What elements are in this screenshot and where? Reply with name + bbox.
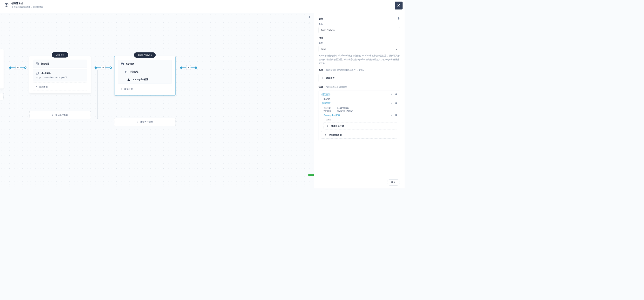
- pipeline-node: [195, 66, 197, 69]
- tasks-subtitle: 可以拖拽任务进行排序: [326, 85, 347, 88]
- page-title: 创建流水线: [11, 2, 43, 5]
- ghost-elbow: [5, 88, 10, 97]
- chevron-down-icon: ⌄: [396, 48, 398, 50]
- shell-icon: >_: [36, 72, 39, 74]
- config-panel: 阶段 名称 代理 类型 none ⌄ Agent 部分指定整个 Pipeline…: [314, 13, 405, 188]
- previous-add-ghost: [0, 93, 4, 100]
- svg-point-2: [8, 5, 8, 5]
- stage-name-input[interactable]: [319, 27, 400, 33]
- task-title: 指定容器: [321, 93, 331, 96]
- add-nested-step-button[interactable]: + 添加嵌套步骤: [321, 131, 397, 139]
- svg-point-3: [6, 3, 7, 4]
- pipeline-node-ring: [24, 66, 26, 69]
- add-parallel-stage-button[interactable]: +添加并行阶段: [29, 111, 91, 119]
- delete-task-button[interactable]: [395, 93, 397, 96]
- svg-point-6: [8, 3, 8, 4]
- stage-badge: Unit Test: [52, 52, 68, 58]
- delete-stage-button[interactable]: [397, 17, 400, 21]
- confirm-button[interactable]: 确认: [387, 179, 400, 186]
- task-title: Sonarqube 配置: [324, 114, 340, 117]
- zoom-out-button[interactable]: −: [308, 23, 311, 25]
- section-heading-agent: 代理: [319, 36, 324, 39]
- delete-task-button[interactable]: [395, 102, 397, 105]
- plus-icon: +: [36, 85, 37, 88]
- zoom-controls: + −: [308, 16, 311, 25]
- stage-card-code-analysis[interactable]: Code Analysis >_ 指定容器 添加凭证 Sonarqube 配置: [114, 56, 176, 96]
- svg-point-5: [5, 3, 6, 4]
- previous-stage-ghost: [0, 49, 4, 88]
- svg-point-4: [6, 6, 7, 7]
- add-step-button[interactable]: +添加步骤: [33, 83, 87, 91]
- container-icon: >_: [36, 62, 39, 65]
- key-icon: [125, 70, 128, 73]
- parallel-elbow: [97, 70, 115, 119]
- pipeline-node-ring: [110, 66, 112, 69]
- pipeline-icon: [4, 2, 9, 8]
- task-value: sonar: [324, 119, 397, 121]
- container-icon: >_: [121, 63, 124, 65]
- edit-task-button[interactable]: ✎: [391, 102, 393, 105]
- step-label: Sonarqube 配置: [132, 78, 148, 81]
- svg-text:>_: >_: [36, 73, 38, 74]
- task-kv-row: 凭证 IDsonar-token: [324, 107, 397, 110]
- step-label: 指定容器: [41, 62, 50, 65]
- step-label: shell 脚本: [41, 72, 51, 74]
- parallel-elbow: [18, 70, 29, 112]
- task-card-container[interactable]: 指定容器 ✎ maven 添加凭证 ✎ 凭证 IDsonar-t: [319, 91, 400, 141]
- svg-point-1: [5, 5, 5, 5]
- plus-icon: +: [137, 121, 138, 123]
- page-subtitle: 使用流水线进行构建，测试和部署: [11, 5, 43, 8]
- plus-icon: +: [52, 114, 53, 116]
- page-header: 创建流水线 使用流水线进行构建，测试和部署 ✕: [0, 0, 405, 13]
- callout-arrow-icon: [308, 173, 314, 177]
- add-parallel-stage-button[interactable]: +添加并行阶段: [114, 118, 176, 126]
- stage-badge: Code Analysis: [134, 52, 156, 58]
- type-label: 类型: [319, 42, 400, 45]
- step-box[interactable]: >_ 指定容器 添加凭证 Sonarqube 配置: [118, 60, 172, 84]
- name-label: 名称: [319, 23, 400, 26]
- step-label: 指定容器: [126, 63, 135, 65]
- close-button[interactable]: ✕: [395, 2, 403, 9]
- plus-icon: +: [321, 76, 323, 80]
- stage-card-unit-test[interactable]: Unit Test >_ 指定容器 >_ shell 脚本 script mv: [29, 56, 91, 93]
- agent-type-select[interactable]: none ⌄: [319, 46, 400, 52]
- edit-task-button[interactable]: ✎: [391, 114, 393, 117]
- delete-task-button[interactable]: [395, 114, 397, 117]
- svg-text:>_: >_: [36, 63, 38, 65]
- edit-task-button[interactable]: ✎: [391, 93, 393, 96]
- svg-text:>_: >_: [121, 64, 123, 65]
- svg-point-8: [8, 6, 8, 6]
- add-condition-button[interactable]: + 添加条件: [319, 74, 400, 82]
- step-detail: script mvn clean -o -gs `pwd`/...: [33, 77, 87, 81]
- plus-icon: +: [325, 134, 326, 136]
- task-value: maven: [321, 98, 397, 100]
- zoom-in-button[interactable]: +: [308, 16, 311, 19]
- plus-icon: +: [327, 125, 328, 127]
- add-stage-button[interactable]: +: [186, 65, 191, 70]
- plus-icon: +: [121, 88, 122, 90]
- section-heading-stage: 阶段: [319, 17, 324, 20]
- step-box[interactable]: >_ shell 脚本 script mvn clean -o -gs `pwd…: [33, 69, 87, 81]
- task-title: 添加凭证: [321, 102, 331, 105]
- section-heading-conditions: 条件: [319, 69, 324, 72]
- add-nested-step-button[interactable]: + 添加嵌套步骤: [324, 122, 397, 130]
- step-label: 添加凭证: [130, 70, 138, 73]
- add-stage-button[interactable]: +: [16, 65, 20, 70]
- svg-line-19: [127, 71, 127, 72]
- agent-help-text: Agent 部分指定整个 Pipeline 或特定阶段将在 Jenkins 环境…: [319, 54, 400, 65]
- add-step-button[interactable]: +添加步骤: [118, 85, 172, 93]
- step-box[interactable]: >_ 指定容器: [33, 60, 87, 68]
- task-kv-row: variableSONAR_TOKEN: [324, 110, 397, 112]
- close-icon: ✕: [397, 3, 400, 8]
- add-stage-button[interactable]: +: [101, 65, 106, 70]
- svg-point-0: [6, 4, 7, 5]
- sonar-icon: [127, 78, 130, 81]
- section-heading-tasks: 任务: [319, 85, 324, 88]
- conditions-subtitle: 执行当前阶段所需要满足的条件 （可选）: [326, 69, 365, 72]
- pipeline-canvas[interactable]: + − + Unit Test >_ 指定容器: [0, 13, 314, 188]
- svg-point-7: [5, 6, 6, 6]
